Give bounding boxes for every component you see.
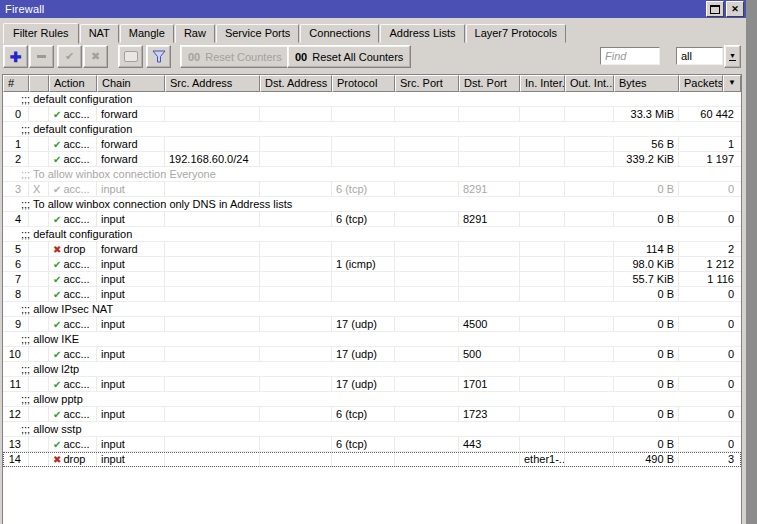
rule-row[interactable]: 7✔acc...input55.7 KiB1 116	[3, 272, 741, 287]
rule-row[interactable]: 9✔acc...input17 (udp)45000 B0	[3, 317, 741, 332]
enable-rule-button[interactable]: ✔	[57, 45, 82, 68]
remove-rule-button[interactable]	[29, 45, 54, 68]
comment-row[interactable]: ;;; allow sstp	[3, 422, 741, 437]
cell-dst_port: 1723	[459, 407, 520, 421]
cell-dst_address	[260, 437, 332, 451]
rule-row[interactable]: 8✔acc...input0 B0	[3, 287, 741, 302]
cell-src_address	[165, 347, 260, 361]
reset-all-counters-button[interactable]: 00 Reset All Counters	[287, 45, 411, 68]
column-header-src_port[interactable]: Src. Port	[395, 75, 459, 92]
cell-protocol	[332, 137, 395, 151]
tab-raw[interactable]: Raw	[175, 24, 215, 43]
comment-row[interactable]: ;;; default configuration	[3, 92, 741, 107]
comment-row[interactable]: ;;; To allow winbox connection Everyone	[3, 167, 741, 182]
column-header-in_iface[interactable]: In. Inter...	[520, 75, 565, 92]
cell-dst_port	[459, 107, 520, 121]
comment-row[interactable]: ;;; allow l2tp	[3, 362, 741, 377]
filter-scope-dropdown[interactable]: all	[676, 47, 723, 65]
column-header-action[interactable]: Action	[49, 75, 97, 92]
cell-flag	[29, 257, 49, 271]
cell-src_port	[395, 107, 459, 121]
rule-row[interactable]: 1✔acc...forward56 B1	[3, 137, 741, 152]
comment-row[interactable]: ;;; allow IKE	[3, 332, 741, 347]
comment-row[interactable]: ;;; allow IPsec NAT	[3, 302, 741, 317]
rule-row[interactable]: 2✔acc...forward192.168.60.0/24339.2 KiB1…	[3, 152, 741, 167]
comment-row[interactable]: ;;; default configuration	[3, 227, 741, 242]
cell-bytes: 0 B	[614, 347, 679, 361]
column-header-flag[interactable]	[29, 75, 49, 92]
cell-in_iface: ether1-...	[520, 452, 565, 466]
accept-icon: ✔	[53, 259, 61, 270]
cell-flag	[29, 152, 49, 166]
tab-mangle[interactable]: Mangle	[120, 24, 174, 43]
rule-row[interactable]: 5✖dropforward114 B2	[3, 242, 741, 257]
cell-in_iface	[520, 152, 565, 166]
rule-row[interactable]: 10✔acc...input17 (udp)5000 B0	[3, 347, 741, 362]
cell-dst_address	[260, 317, 332, 331]
reset-all-counters-prefix: 00	[295, 51, 307, 63]
comment-button[interactable]	[118, 45, 143, 68]
disable-rule-button[interactable]: ✖	[83, 45, 108, 68]
cell-flag	[29, 287, 49, 301]
comment-text: ;;; default configuration	[21, 228, 132, 240]
cell-chain: forward	[97, 137, 165, 151]
comment-row[interactable]: ;;; To allow winbox connection only DNS …	[3, 197, 741, 212]
close-button[interactable]: ✕	[726, 1, 744, 17]
cell-out_iface	[565, 137, 614, 151]
rule-row[interactable]: 0✔acc...forward33.3 MiB60 442	[3, 107, 741, 122]
column-header-dst_port[interactable]: Dst. Port	[459, 75, 520, 92]
action-label: acc...	[63, 183, 89, 195]
cell-bytes: 0 B	[614, 287, 679, 301]
window-titlebar[interactable]: Firewall ✕	[0, 0, 746, 18]
rule-row[interactable]: 14✖dropinputether1-...490 B3	[3, 452, 741, 467]
tab-address-lists[interactable]: Address Lists	[380, 24, 464, 43]
cell-out_iface	[565, 272, 614, 286]
cell-packets: 0	[679, 377, 741, 391]
cell-in_iface	[520, 137, 565, 151]
rule-row[interactable]: 6✔acc...input1 (icmp)98.0 KiB1 212	[3, 257, 741, 272]
add-rule-button[interactable]: ✚	[3, 45, 28, 68]
maximize-icon	[710, 5, 720, 14]
cell-out_iface	[565, 242, 614, 256]
rule-row[interactable]: 4✔acc...input6 (tcp)82910 B0	[3, 212, 741, 227]
column-header-chain[interactable]: Chain	[97, 75, 165, 92]
reset-counters-button[interactable]: 00 Reset Counters	[180, 45, 290, 68]
column-header-out_iface[interactable]: Out. Int...	[565, 75, 614, 92]
maximize-button[interactable]	[706, 1, 724, 17]
cell-src_port	[395, 347, 459, 361]
cell-dst_port: 500	[459, 347, 520, 361]
comment-row[interactable]: ;;; default configuration	[3, 122, 741, 137]
cell-bytes: 490 B	[614, 452, 679, 466]
accept-icon: ✔	[53, 349, 61, 360]
tab-filter-rules[interactable]: Filter Rules	[3, 23, 79, 44]
find-input[interactable]	[600, 47, 660, 65]
tab-layer7-protocols[interactable]: Layer7 Protocols	[466, 24, 567, 43]
rule-row[interactable]: 3X✔acc...input6 (tcp)82910 B0	[3, 182, 741, 197]
cell-protocol	[332, 107, 395, 121]
accept-icon: ✔	[53, 289, 61, 300]
column-header-num[interactable]: #	[3, 75, 29, 92]
rule-row[interactable]: 12✔acc...input6 (tcp)17230 B0	[3, 407, 741, 422]
cell-flag	[29, 347, 49, 361]
cell-dst_port	[459, 287, 520, 301]
column-header-src_address[interactable]: Src. Address	[165, 75, 260, 92]
filter-button[interactable]	[146, 45, 171, 68]
cell-dst_address	[260, 242, 332, 256]
rule-row[interactable]: 11✔acc...input17 (udp)17010 B0	[3, 377, 741, 392]
reset-counters-label: Reset Counters	[205, 51, 281, 63]
column-select-button[interactable]: ▼	[723, 75, 741, 92]
column-header-bytes[interactable]: Bytes	[614, 75, 679, 92]
column-header-protocol[interactable]: Protocol	[332, 75, 395, 92]
tab-nat[interactable]: NAT	[80, 24, 119, 43]
comment-row[interactable]: ;;; allow pptp	[3, 392, 741, 407]
tab-connections[interactable]: Connections	[300, 24, 379, 43]
tab-service-ports[interactable]: Service Ports	[216, 24, 299, 43]
cell-in_iface	[520, 287, 565, 301]
filter-scope-dropdown-button[interactable]: ▼	[724, 45, 741, 68]
column-header-dst_address[interactable]: Dst. Address	[260, 75, 332, 92]
column-header-packets[interactable]: Packets	[679, 75, 723, 92]
cell-packets: 0	[679, 407, 741, 421]
minus-icon	[37, 55, 46, 58]
cell-src_address	[165, 437, 260, 451]
rule-row[interactable]: 13✔acc...input6 (tcp)4430 B0	[3, 437, 741, 452]
